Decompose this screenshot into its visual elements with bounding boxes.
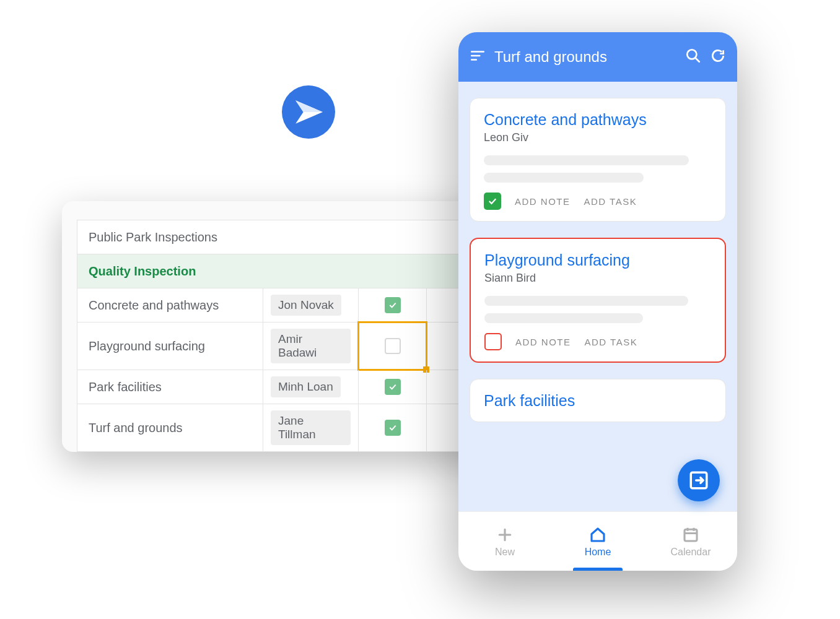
- checked-icon: [385, 379, 401, 395]
- sheet-data-row[interactable]: Turf and grounds Jane Tillman: [77, 404, 508, 452]
- phone-content[interactable]: Concrete and pathways Leon Giv ADD NOTE …: [458, 82, 737, 511]
- check-cell[interactable]: [359, 370, 427, 404]
- nav-underline: [573, 568, 623, 571]
- check-cell[interactable]: [359, 288, 427, 322]
- add-note-button[interactable]: ADD NOTE: [515, 337, 571, 347]
- phone-mockup: Turf and grounds Concrete and pathways L…: [458, 32, 737, 571]
- card-check-icon[interactable]: [484, 333, 502, 350]
- app-title: Turf and grounds: [494, 48, 676, 66]
- sheet-data-row[interactable]: Park facilities Minh Loan: [77, 370, 508, 404]
- skeleton-line: [484, 173, 644, 183]
- nav-calendar[interactable]: Calendar: [644, 512, 737, 571]
- sheet-section-row: Quality Inspection: [77, 254, 508, 288]
- skeleton-line: [484, 296, 688, 306]
- add-task-button[interactable]: ADD TASK: [585, 337, 638, 347]
- nav-label: Home: [585, 547, 611, 558]
- assignee-cell[interactable]: Amir Badawi: [263, 322, 359, 370]
- app-header: Turf and grounds: [458, 32, 737, 82]
- card-subtitle: Leon Giv: [484, 131, 712, 144]
- skeleton-line: [484, 313, 643, 323]
- nav-label: Calendar: [671, 547, 711, 558]
- assignee-chip: Amir Badawi: [271, 329, 351, 363]
- sheet-data-row[interactable]: Concrete and pathways Jon Novak: [77, 288, 508, 322]
- card-check-icon[interactable]: [484, 193, 501, 210]
- skeleton-line: [484, 155, 689, 165]
- item-cell[interactable]: Turf and grounds: [77, 404, 263, 451]
- nav-home[interactable]: Home: [551, 512, 644, 571]
- assignee-cell[interactable]: Jon Novak: [263, 288, 359, 322]
- add-task-button[interactable]: ADD TASK: [584, 196, 637, 207]
- nav-label: New: [495, 547, 515, 558]
- plus-icon: [496, 526, 514, 544]
- sheet-data-row[interactable]: Playground surfacing Amir Badawi: [77, 322, 508, 370]
- nav-new[interactable]: New: [458, 512, 551, 571]
- svg-rect-2: [685, 529, 697, 541]
- checked-icon: [385, 420, 401, 436]
- fab-button[interactable]: [678, 459, 720, 501]
- card-subtitle: Siann Bird: [484, 272, 711, 285]
- bottom-nav: New Home Calendar: [458, 511, 737, 571]
- item-cell[interactable]: Park facilities: [77, 370, 263, 404]
- item-cell[interactable]: Concrete and pathways: [77, 288, 263, 322]
- sheet-title: Public Park Inspections: [77, 220, 508, 254]
- item-cell[interactable]: Playground surfacing: [77, 322, 263, 370]
- assignee-cell[interactable]: Minh Loan: [263, 370, 359, 404]
- check-cell[interactable]: [359, 322, 427, 370]
- paper-plane-icon: [282, 85, 335, 139]
- search-icon[interactable]: [685, 48, 701, 66]
- home-icon: [588, 526, 607, 544]
- unchecked-icon: [385, 338, 401, 354]
- assignee-chip: Minh Loan: [271, 376, 341, 397]
- card-title: Park facilities: [484, 392, 712, 410]
- add-note-button[interactable]: ADD NOTE: [515, 196, 571, 207]
- card-title: Playground surfacing: [484, 251, 711, 269]
- refresh-icon[interactable]: [710, 48, 726, 66]
- menu-icon[interactable]: [470, 48, 486, 66]
- spreadsheet-panel: Public Park Inspections Quality Inspecti…: [62, 201, 508, 452]
- task-card[interactable]: Playground surfacing Siann Bird ADD NOTE…: [470, 238, 726, 363]
- task-card[interactable]: Concrete and pathways Leon Giv ADD NOTE …: [470, 98, 726, 222]
- check-cell[interactable]: [359, 404, 427, 451]
- assignee-cell[interactable]: Jane Tillman: [263, 404, 359, 451]
- task-card[interactable]: Park facilities: [470, 379, 726, 422]
- checked-icon: [385, 297, 401, 313]
- sheet-section-label: Quality Inspection: [77, 254, 508, 288]
- calendar-icon: [681, 526, 700, 544]
- card-title: Concrete and pathways: [484, 111, 712, 129]
- sheet-title-row: Public Park Inspections: [77, 220, 508, 254]
- assignee-chip: Jane Tillman: [271, 410, 351, 445]
- assignee-chip: Jon Novak: [271, 295, 341, 316]
